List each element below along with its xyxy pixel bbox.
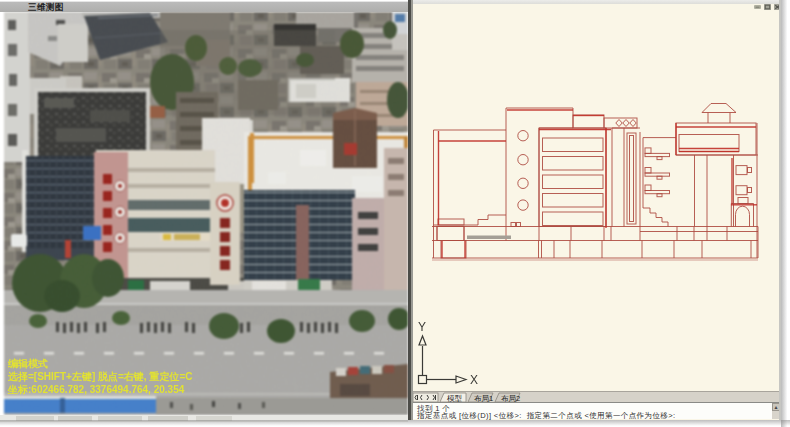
svg-text:X: X (470, 373, 478, 387)
svg-text:Y: Y (418, 320, 426, 334)
